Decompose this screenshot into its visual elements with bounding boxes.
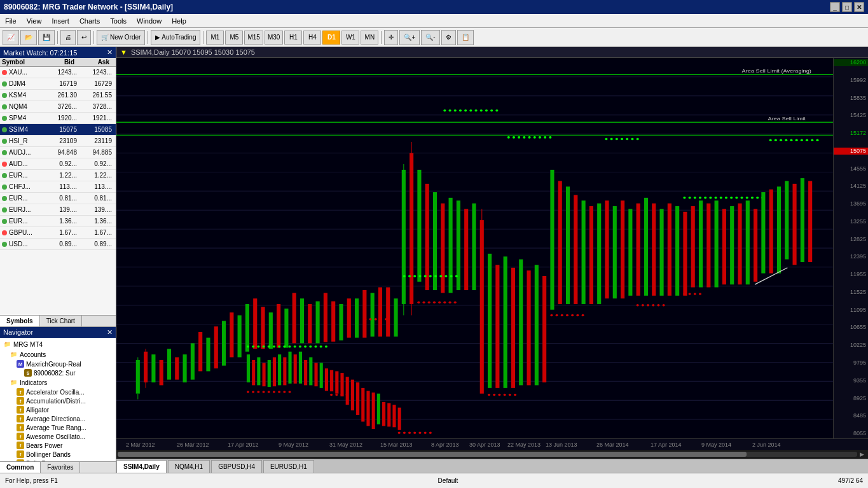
- svg-rect-281: [351, 394, 354, 396]
- nav-tree-item[interactable]: 📁MRG MT4: [1, 339, 114, 349]
- new-order-button[interactable]: 🛒 New Order: [97, 30, 145, 45]
- tf-d1[interactable]: D1: [322, 31, 340, 45]
- market-watch-row[interactable]: EUR... 1.22... 1.22...: [0, 170, 116, 181]
- toolbar-open[interactable]: 📂: [20, 30, 37, 45]
- navigator-close[interactable]: ✕: [107, 328, 113, 337]
- tb-zoomout[interactable]: 🔍-: [421, 30, 439, 45]
- date-label-11: 26 Mar 2014: [596, 442, 629, 448]
- svg-rect-59: [284, 309, 288, 348]
- tf-m1[interactable]: M1: [206, 31, 224, 45]
- nav-tree-item[interactable]: fAverage True Rang...: [1, 423, 114, 432]
- row-ask: 0.89...: [79, 241, 114, 247]
- separator3: [148, 31, 148, 44]
- tf-h4[interactable]: H4: [303, 31, 321, 45]
- svg-rect-250: [320, 345, 322, 348]
- nav-tree-item[interactable]: $89006082: Sur: [1, 368, 114, 377]
- menu-tools[interactable]: Tools: [105, 14, 132, 27]
- scrollbar-thumb[interactable]: [118, 452, 747, 457]
- row-symbol: EURJ...: [9, 206, 44, 213]
- row-bid: 16719: [44, 80, 79, 87]
- toolbar-undo[interactable]: ↩: [77, 30, 91, 45]
- tf-w1[interactable]: W1: [341, 31, 359, 45]
- toolbar-print[interactable]: 🖨: [60, 30, 76, 45]
- svg-rect-183: [754, 209, 757, 281]
- menu-help[interactable]: Help: [167, 14, 191, 27]
- market-watch-row[interactable]: NQM4 3726... 3728...: [0, 101, 116, 113]
- nav-tree-item[interactable]: MMaxrichGroup-Real: [1, 359, 114, 368]
- nav-tree-item[interactable]: fAccelerator Oscilla...: [1, 387, 114, 396]
- row-symbol: HSI_R: [9, 137, 44, 144]
- tf-mn[interactable]: MN: [361, 31, 378, 45]
- svg-rect-177: [706, 204, 710, 288]
- toolbar-save[interactable]: 💾: [38, 30, 55, 45]
- tf-m5[interactable]: M5: [225, 31, 243, 45]
- market-watch-row[interactable]: SSIM4 15075 15085: [0, 124, 116, 136]
- nav-tree-item[interactable]: fAwesome Oscillato...: [1, 432, 114, 441]
- nav-tree-item[interactable]: fAlligator: [1, 405, 114, 414]
- nav-tree-item[interactable]: fAccumulation/Distri...: [1, 396, 114, 405]
- market-watch-row[interactable]: CHFJ... 113.... 113....: [0, 181, 116, 193]
- svg-rect-97: [408, 275, 411, 277]
- tb-zoomin[interactable]: 🔍+: [399, 30, 420, 45]
- market-watch-row[interactable]: USD... 0.89... 0.89...: [0, 239, 116, 250]
- mw-column-headers: Symbol Bid Ask: [0, 58, 116, 67]
- toolbar-new-chart[interactable]: 📈: [3, 30, 19, 45]
- row-bid: 23109: [44, 137, 79, 144]
- tf-m30[interactable]: M30: [265, 31, 283, 45]
- tf-h1[interactable]: H1: [284, 31, 302, 45]
- svg-rect-165: [621, 138, 623, 141]
- nav-tree-item[interactable]: 📁Indicators: [1, 377, 114, 387]
- tab-favorites[interactable]: Favorites: [41, 462, 80, 473]
- svg-rect-278: [335, 394, 338, 396]
- tab-tick-chart[interactable]: Tick Chart: [40, 316, 82, 326]
- row-ask: 23119: [79, 137, 114, 144]
- chart-tab-ssim4daily[interactable]: SSIM4,Daily: [116, 460, 167, 473]
- market-watch-close[interactable]: ✕: [107, 48, 113, 57]
- nav-item-label: Alligator: [26, 407, 49, 414]
- svg-rect-225: [262, 363, 265, 386]
- nav-tree-item[interactable]: fBears Power: [1, 441, 114, 450]
- scrollbar-right-arrow[interactable]: ▶: [857, 451, 867, 457]
- close-button[interactable]: ✕: [854, 2, 864, 12]
- minimize-button[interactable]: _: [830, 2, 840, 12]
- horizontal-scrollbar[interactable]: ▶: [116, 450, 868, 459]
- market-watch-row[interactable]: XAU... 1243... 1243...: [0, 67, 116, 78]
- svg-rect-204: [761, 192, 765, 274]
- menu-window[interactable]: Window: [132, 14, 167, 27]
- svg-rect-104: [444, 275, 447, 277]
- chart-tab-gbpusdh4[interactable]: GBPUSD,H4: [211, 460, 262, 473]
- nav-tree-item[interactable]: fAverage Directiona...: [1, 414, 114, 423]
- svg-rect-103: [439, 275, 442, 277]
- svg-rect-159: [668, 204, 672, 296]
- tb-crosshair[interactable]: ✛: [384, 30, 398, 45]
- market-watch-row[interactable]: EURJ... 139.... 139....: [0, 204, 116, 216]
- market-watch-row[interactable]: EUR... 0.81... 0.81...: [0, 193, 116, 204]
- tb-properties[interactable]: ⚙: [441, 30, 456, 45]
- svg-rect-137: [518, 136, 520, 139]
- svg-rect-111: [385, 318, 387, 321]
- menu-file[interactable]: File: [0, 14, 22, 27]
- market-watch-row[interactable]: SPM4 1920... 1921...: [0, 113, 116, 124]
- market-watch-row[interactable]: HSI_R 23109 23119: [0, 136, 116, 147]
- market-watch-row[interactable]: DJM4 16719 16729: [0, 78, 116, 90]
- market-watch-row[interactable]: AUDJ... 94.848 94.885: [0, 147, 116, 158]
- menu-charts[interactable]: Charts: [74, 14, 105, 27]
- nav-tree-item[interactable]: 📁Accounts: [1, 349, 114, 359]
- chart-tab-eurusdh1[interactable]: EURUSD,H1: [263, 460, 314, 473]
- chart-tab-nqm4h1[interactable]: NQM4,H1: [168, 460, 210, 473]
- tab-symbols[interactable]: Symbols: [0, 316, 40, 326]
- market-watch-row[interactable]: AUD... 0.92... 0.92...: [0, 158, 116, 170]
- nav-tree-item[interactable]: fBollinger Bands: [1, 450, 114, 459]
- market-watch-row[interactable]: GBPU... 1.67... 1.67...: [0, 227, 116, 239]
- tab-common[interactable]: Common: [0, 462, 41, 473]
- menu-insert[interactable]: Insert: [46, 14, 74, 27]
- autotrading-button[interactable]: ▶ AutoTrading: [151, 30, 200, 45]
- menu-view[interactable]: View: [22, 14, 47, 27]
- tb-templates[interactable]: 📋: [457, 30, 474, 45]
- chart-main[interactable]: Area Sell Limit (Averaging) Area Sell Li…: [116, 58, 868, 438]
- svg-rect-101: [429, 275, 432, 277]
- maximize-button[interactable]: □: [842, 2, 852, 12]
- market-watch-row[interactable]: KSM4 261.30 261.55: [0, 90, 116, 101]
- market-watch-row[interactable]: EUR... 1.36... 1.36...: [0, 216, 116, 227]
- tf-m15[interactable]: M15: [244, 31, 263, 45]
